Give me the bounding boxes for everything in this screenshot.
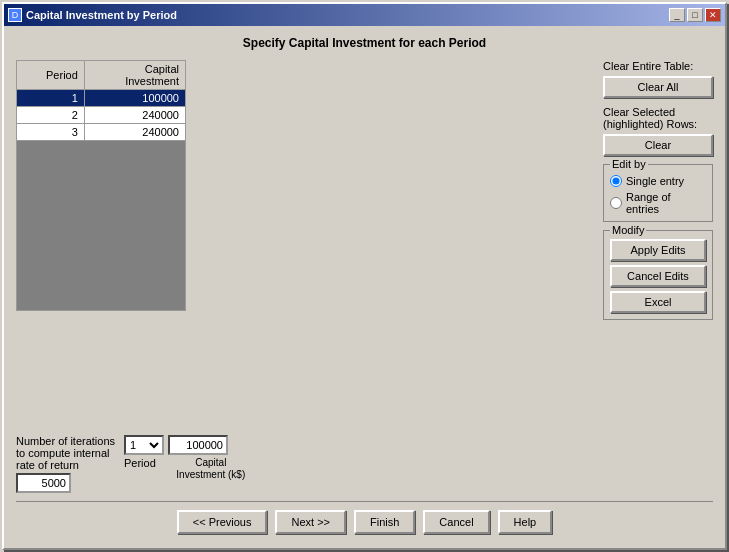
range-entries-radio-label[interactable]: Range of entries (610, 191, 706, 215)
next-button[interactable]: Next >> (275, 510, 346, 534)
title-buttons: _ □ ✕ (669, 8, 721, 22)
period-select-row: 1 2 3 (124, 435, 228, 455)
row3-investment: 240000 (84, 124, 185, 141)
range-entries-radio[interactable] (610, 197, 622, 209)
maximize-button[interactable]: □ (687, 8, 703, 22)
title-bar-left: D Capital Investment by Period (8, 8, 177, 22)
edit-by-group: Edit by Single entry Range of entries (603, 164, 713, 222)
bottom-inputs: Number of iterations to compute internal… (16, 431, 593, 493)
table-row[interactable]: 3 240000 (17, 124, 186, 141)
single-entry-label: Single entry (626, 175, 684, 187)
clear-all-button[interactable]: Clear All (603, 76, 713, 98)
table-empty-area (16, 141, 186, 311)
row3-period: 3 (17, 124, 85, 141)
modify-title: Modify (610, 224, 646, 236)
col-period-header: Period (17, 61, 85, 90)
table-row[interactable]: 2 240000 (17, 107, 186, 124)
row2-period: 2 (17, 107, 85, 124)
minimize-button[interactable]: _ (669, 8, 685, 22)
period-select[interactable]: 1 2 3 (124, 435, 164, 455)
period-col-label: Period (124, 457, 156, 481)
table-container: Period CapitalInvestment 1 100000 2 (16, 60, 593, 425)
cancel-button[interactable]: Cancel (423, 510, 489, 534)
bottom-bar: << Previous Next >> Finish Cancel Help (16, 501, 713, 538)
previous-button[interactable]: << Previous (177, 510, 268, 534)
main-area: Period CapitalInvestment 1 100000 2 (16, 60, 713, 493)
iterations-input[interactable] (16, 473, 71, 493)
finish-button[interactable]: Finish (354, 510, 415, 534)
iterations-label: Number of iterations to compute internal… (16, 435, 116, 471)
clear-entire-group: Clear Entire Table: Clear All (603, 60, 713, 98)
range-entries-label: Range of entries (626, 191, 706, 215)
clear-selected-label: Clear Selected (highlighted) Rows: (603, 106, 697, 130)
close-button[interactable]: ✕ (705, 8, 721, 22)
excel-button[interactable]: Excel (610, 291, 706, 313)
row2-investment: 240000 (84, 107, 185, 124)
investment-col-label: Capital Investment (k$) (176, 457, 246, 481)
right-panel: Clear Entire Table: Clear All Clear Sele… (603, 60, 713, 493)
modify-group: Modify Apply Edits Cancel Edits Excel (603, 230, 713, 320)
window-title: Capital Investment by Period (26, 9, 177, 21)
page-title: Specify Capital Investment for each Peri… (16, 36, 713, 50)
edit-by-title: Edit by (610, 158, 648, 170)
col-investment-header: CapitalInvestment (84, 61, 185, 90)
help-button[interactable]: Help (498, 510, 553, 534)
content-area: Specify Capital Investment for each Peri… (4, 26, 725, 548)
title-bar: D Capital Investment by Period _ □ ✕ (4, 4, 725, 26)
investment-value-input[interactable] (168, 435, 228, 455)
window-icon: D (8, 8, 22, 22)
row1-investment: 100000 (84, 90, 185, 107)
clear-selected-group: Clear Selected (highlighted) Rows: Clear (603, 106, 713, 156)
data-table: Period CapitalInvestment 1 100000 2 (16, 60, 186, 141)
row1-period: 1 (17, 90, 85, 107)
edit-by-radio-group: Single entry Range of entries (610, 175, 706, 215)
table-row[interactable]: 1 100000 (17, 90, 186, 107)
cancel-edits-button[interactable]: Cancel Edits (610, 265, 706, 287)
clear-button[interactable]: Clear (603, 134, 713, 156)
main-window: D Capital Investment by Period _ □ ✕ Spe… (2, 2, 727, 550)
clear-entire-label: Clear Entire Table: (603, 60, 693, 72)
single-entry-radio[interactable] (610, 175, 622, 187)
single-entry-radio-label[interactable]: Single entry (610, 175, 706, 187)
left-panel: Period CapitalInvestment 1 100000 2 (16, 60, 593, 493)
apply-edits-button[interactable]: Apply Edits (610, 239, 706, 261)
